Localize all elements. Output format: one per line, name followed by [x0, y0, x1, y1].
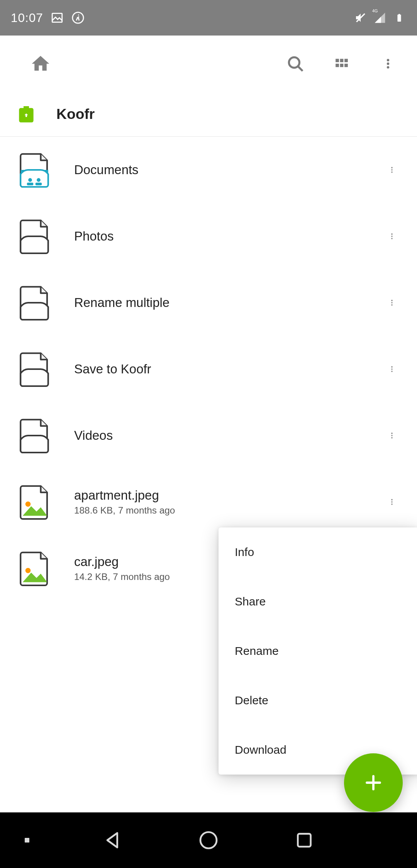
svg-point-18 — [28, 178, 32, 182]
svg-point-40 — [391, 504, 393, 505]
row-overflow-button[interactable] — [378, 418, 405, 453]
file-row[interactable]: apartment.jpeg188.6 KB, 7 months ago — [0, 469, 417, 535]
svg-point-25 — [391, 233, 393, 235]
file-name: apartment.jpeg — [74, 488, 378, 503]
file-name: Documents — [74, 163, 378, 177]
menu-item-rename[interactable]: Rename — [219, 626, 417, 676]
svg-point-14 — [387, 59, 389, 61]
file-name: Videos — [74, 428, 378, 443]
file-row-body: apartment.jpeg188.6 KB, 7 months ago — [74, 488, 378, 516]
search-button[interactable] — [278, 46, 313, 81]
svg-rect-11 — [336, 64, 339, 67]
svg-rect-13 — [344, 64, 348, 67]
svg-point-2 — [78, 15, 79, 16]
svg-rect-5 — [398, 14, 400, 15]
app-toolbar — [0, 36, 417, 92]
menu-item-info[interactable]: Info — [219, 527, 417, 577]
svg-rect-9 — [340, 59, 344, 62]
running-icon — [71, 11, 85, 25]
svg-rect-4 — [397, 15, 401, 22]
svg-point-47 — [200, 832, 217, 848]
svg-point-23 — [391, 169, 393, 171]
file-row-body: Photos — [74, 229, 378, 244]
nav-extra-dot — [25, 838, 56, 843]
picture-icon — [50, 11, 64, 25]
menu-item-share[interactable]: Share — [219, 577, 417, 626]
file-row-body: Documents — [74, 163, 378, 177]
svg-point-39 — [391, 501, 393, 503]
folder-icon — [17, 217, 52, 256]
context-menu: InfoShareRenameDeleteDownload — [219, 527, 417, 775]
file-name: Rename multiple — [74, 295, 378, 310]
svg-point-27 — [391, 238, 393, 239]
svg-point-30 — [391, 304, 393, 306]
cellular-icon: 4G — [373, 11, 387, 25]
svg-rect-12 — [340, 64, 344, 67]
breadcrumb[interactable]: Koofr — [0, 92, 417, 137]
file-row[interactable]: Rename multiple — [0, 270, 417, 336]
svg-rect-19 — [27, 183, 34, 185]
svg-rect-8 — [336, 59, 339, 62]
row-overflow-button[interactable] — [378, 485, 405, 519]
svg-point-35 — [391, 435, 393, 436]
svg-point-29 — [391, 302, 393, 303]
svg-point-31 — [391, 366, 393, 368]
folder-special-icon — [17, 151, 52, 189]
svg-point-20 — [37, 178, 41, 182]
nav-recents-button[interactable] — [266, 831, 343, 850]
view-grid-button[interactable] — [324, 46, 359, 81]
svg-rect-21 — [36, 183, 42, 185]
overflow-button[interactable] — [371, 46, 405, 81]
file-name: Photos — [74, 229, 378, 244]
svg-point-26 — [391, 236, 393, 237]
file-name: Save to Koofr — [74, 362, 378, 376]
svg-point-37 — [25, 502, 31, 507]
svg-point-41 — [25, 568, 31, 573]
status-right: 4G — [354, 11, 406, 25]
file-row[interactable]: Photos — [0, 203, 417, 270]
svg-point-24 — [391, 171, 393, 173]
svg-point-6 — [289, 57, 299, 68]
svg-point-15 — [387, 63, 389, 65]
svg-rect-48 — [298, 834, 310, 846]
svg-point-32 — [391, 368, 393, 370]
row-overflow-button[interactable] — [378, 153, 405, 187]
nav-home-button[interactable] — [170, 829, 247, 851]
svg-point-38 — [391, 499, 393, 500]
svg-rect-0 — [52, 14, 62, 22]
folder-icon — [17, 416, 52, 455]
svg-line-7 — [298, 66, 302, 71]
row-overflow-button[interactable] — [378, 352, 405, 387]
menu-item-delete[interactable]: Delete — [219, 676, 417, 725]
svg-point-16 — [387, 66, 389, 68]
file-row[interactable]: Videos — [0, 402, 417, 469]
storage-icon — [15, 103, 37, 125]
status-left: 10:07 — [11, 11, 85, 25]
image-icon — [17, 483, 52, 521]
mute-icon — [354, 11, 368, 25]
folder-icon — [17, 350, 52, 388]
file-sub: 188.6 KB, 7 months ago — [74, 505, 378, 516]
status-bar: 10:07 — [0, 0, 417, 36]
svg-point-28 — [391, 300, 393, 301]
file-row-body: Save to Koofr — [74, 362, 378, 376]
battery-icon — [392, 11, 406, 25]
breadcrumb-title: Koofr — [56, 106, 95, 122]
status-time: 10:07 — [11, 11, 43, 25]
svg-point-36 — [391, 437, 393, 439]
row-overflow-button[interactable] — [378, 219, 405, 254]
system-nav-bar — [0, 812, 417, 868]
file-row[interactable]: Documents — [0, 137, 417, 203]
home-button[interactable] — [23, 46, 58, 81]
file-row-body: Rename multiple — [74, 295, 378, 310]
row-overflow-button[interactable] — [378, 285, 405, 320]
device-frame: 10:07 — [0, 0, 417, 868]
file-row-body: Videos — [74, 428, 378, 443]
svg-point-22 — [391, 167, 393, 168]
nav-back-button[interactable] — [74, 829, 151, 851]
svg-point-33 — [391, 371, 393, 372]
folder-icon — [17, 283, 52, 322]
image-icon — [17, 549, 52, 588]
fab-add-button[interactable] — [344, 753, 403, 812]
file-row[interactable]: Save to Koofr — [0, 336, 417, 402]
